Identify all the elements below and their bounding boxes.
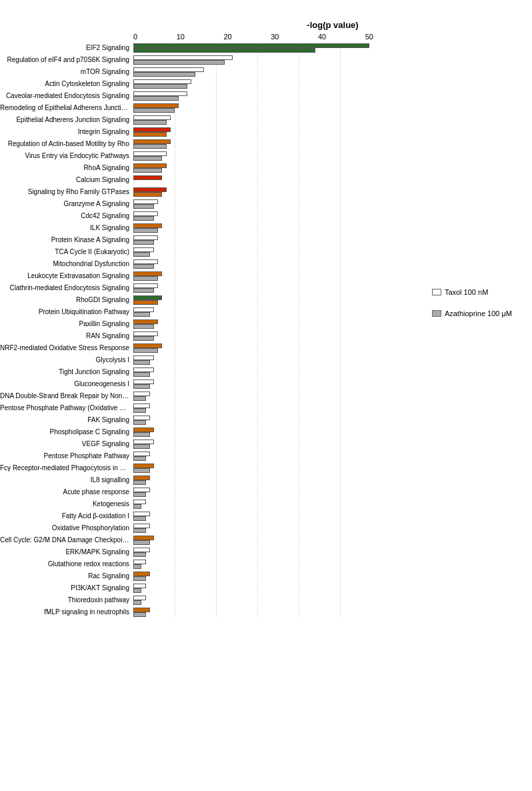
bar-row: Virus Entry via Endocytic Pathways xyxy=(0,150,532,161)
grid-line xyxy=(299,438,299,450)
grid-line xyxy=(257,606,258,618)
grid-line xyxy=(340,138,341,149)
bar-taxol xyxy=(133,307,154,312)
row-label: RhoA Signaling xyxy=(0,164,133,171)
bar-azathioprine xyxy=(133,324,154,329)
bars-area xyxy=(133,354,532,365)
row-label: Acute phase response xyxy=(0,488,133,496)
chart-container: -log(p value) 0 10 20 30 40 50 EIF2 Sign… xyxy=(0,7,532,632)
bars-area xyxy=(133,234,532,245)
grid-line xyxy=(175,354,175,365)
grid-line xyxy=(175,150,175,161)
grid-line xyxy=(340,510,341,522)
row-label: TCA Cycle II (Eukaryotic) xyxy=(0,248,133,255)
grid-line xyxy=(299,150,299,161)
bar-row: EIF2 Signaling xyxy=(0,42,532,53)
grid-line xyxy=(299,330,299,341)
grid-line xyxy=(340,450,341,462)
bars-area xyxy=(133,330,532,341)
grid-line xyxy=(340,474,341,486)
grid-line xyxy=(175,606,175,618)
bar-row: Thioredoxin pathway xyxy=(0,594,532,606)
grid-line xyxy=(257,594,258,606)
grid-line xyxy=(340,390,341,402)
bar-taxol xyxy=(133,572,150,576)
grid-line xyxy=(216,426,217,438)
grid-line xyxy=(175,162,175,173)
bar-row: Tight Junction Signaling xyxy=(0,366,532,377)
grid-line xyxy=(216,606,217,618)
grid-line xyxy=(175,270,175,281)
grid-line xyxy=(340,318,341,329)
grid-line xyxy=(257,462,258,474)
bar-taxol xyxy=(133,440,154,444)
bar-taxol xyxy=(133,199,158,204)
bar-row: Leukocyte Extravasation Signaling xyxy=(0,270,532,281)
bar-row: Gluconeogenesis I xyxy=(0,378,532,389)
legend-item-taxol: Taxol 100 nM xyxy=(432,288,512,296)
bars-area xyxy=(133,426,532,438)
grid-line xyxy=(216,306,217,317)
grid-line xyxy=(216,534,217,546)
bars-area xyxy=(133,462,532,474)
bar-taxol xyxy=(133,271,162,276)
legend-label-taxol: Taxol 100 nM xyxy=(445,288,488,296)
bar-taxol xyxy=(133,115,171,120)
bar-taxol xyxy=(133,500,146,504)
grid-line xyxy=(257,54,258,65)
bar-row: RhoA Signaling xyxy=(0,162,532,173)
grid-line xyxy=(340,306,341,317)
bar-taxol xyxy=(133,331,158,336)
bar-row: Protein Kinase A Signaling xyxy=(0,234,532,245)
bars-area xyxy=(133,582,532,594)
grid-line xyxy=(216,414,217,426)
grid-line xyxy=(257,114,258,125)
bars-area xyxy=(133,486,532,498)
bar-row: FAK Signaling xyxy=(0,414,532,426)
row-label: Fatty Acid β-oxidation I xyxy=(0,512,133,520)
grid-line xyxy=(175,594,175,606)
grid-line xyxy=(216,282,217,293)
grid-line xyxy=(340,462,341,474)
bar-azathioprine xyxy=(133,396,146,401)
bar-row: Glutathione redox reactions xyxy=(0,558,532,570)
bar-azathioprine xyxy=(133,564,141,569)
row-label: Clathrin-mediated Endocytosis Signaling xyxy=(0,284,133,291)
grid-line xyxy=(216,474,217,486)
bar-row: Regulation of Actin-based Motility by Rh… xyxy=(0,138,532,149)
bars-area xyxy=(133,594,532,606)
bar-row: PI3K/AKT Signaling xyxy=(0,582,532,594)
legend-item-azathioprine: Azathioprine 100 μM xyxy=(432,309,512,317)
grid-line xyxy=(299,138,299,149)
grid-line xyxy=(257,498,258,510)
grid-line xyxy=(299,186,299,197)
legend: Taxol 100 nM Azathioprine 100 μM xyxy=(432,288,512,323)
row-label: Epithelial Adherens Junction Signaling xyxy=(0,116,133,123)
grid-line xyxy=(299,306,299,317)
bars-area xyxy=(133,42,532,53)
row-label: NRF2-mediated Oxidative Stress Response xyxy=(0,344,133,351)
grid-line xyxy=(216,330,217,341)
grid-line xyxy=(257,522,258,534)
grid-line xyxy=(257,402,258,414)
grid-line xyxy=(216,234,217,245)
grid-line xyxy=(175,378,175,389)
row-label: IL8 signalling xyxy=(0,476,133,484)
grid-line xyxy=(257,246,258,257)
grid-line xyxy=(216,570,217,582)
grid-line xyxy=(175,522,175,534)
grid-line xyxy=(299,102,299,113)
bar-azathioprine xyxy=(133,84,187,89)
bar-taxol xyxy=(133,91,187,96)
row-label: Rac Signaling xyxy=(0,572,133,580)
grid-line xyxy=(175,402,175,414)
bar-azathioprine xyxy=(133,108,175,113)
grid-line xyxy=(257,450,258,462)
bar-azathioprine xyxy=(133,132,167,137)
grid-line xyxy=(216,174,217,185)
row-label: Phospholipase C Signaling xyxy=(0,428,133,436)
grid-line xyxy=(340,414,341,426)
row-label: VEGF Signaling xyxy=(0,440,133,448)
grid-line xyxy=(299,78,299,89)
bars-area xyxy=(133,498,532,510)
